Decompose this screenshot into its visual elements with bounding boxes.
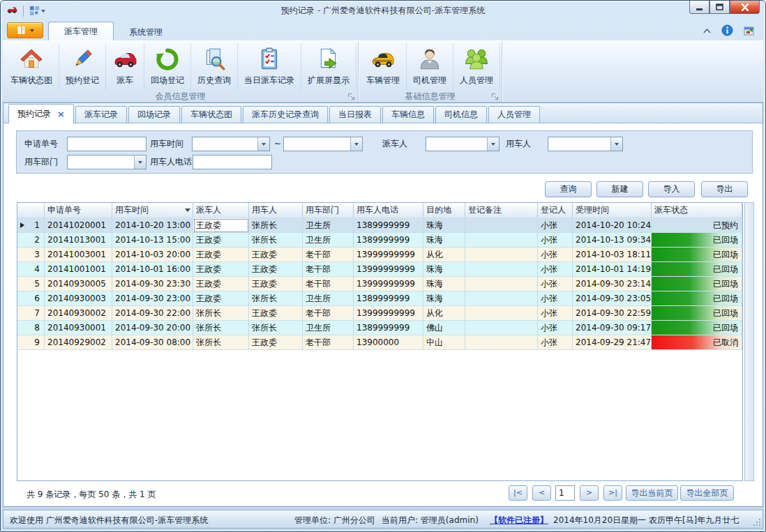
row-selector[interactable]: 3 [17,248,45,262]
table-cell[interactable]: 张所长 [249,233,303,248]
table-cell[interactable]: 20140930002 [45,306,112,321]
table-cell[interactable]: 王政委 [193,248,249,262]
table-cell[interactable]: 20141003001 [45,248,112,262]
table-cell[interactable]: 张所长 [249,218,303,233]
row-selector[interactable]: 9 [17,335,45,350]
col-header-受理时间[interactable]: 受理时间 [573,203,652,218]
first-page-button[interactable]: |< [509,485,527,501]
table-cell[interactable]: 老干部 [303,335,354,350]
table-cell[interactable]: 小张 [538,321,573,335]
col-header-目的地[interactable]: 目的地 [423,203,465,218]
use-time-from-select[interactable] [192,137,270,151]
col-header-申请单号[interactable]: 申请单号 [45,203,112,218]
doc-tab-派车历史记录查询[interactable]: 派车历史记录查询 [243,106,328,123]
application-menu-button[interactable] [7,22,43,38]
next-page-button[interactable]: > [580,485,599,501]
current-cell[interactable]: 王政委 [193,218,249,233]
table-cell[interactable]: 2014-10-13 09:34 [573,233,652,248]
table-cell[interactable]: 2014-10-01 14:19 [573,262,652,277]
table-cell[interactable]: 2014-09-30 23:00 [112,291,193,306]
col-header-用车时间[interactable]: 用车时间 [112,203,193,218]
row-selector[interactable]: 1 [17,218,45,233]
table-cell[interactable]: 2014-09-30 22:59 [573,306,652,321]
table-cell[interactable]: 2014-09-30 23:14 [573,277,652,291]
table-cell[interactable]: 2014-09-30 08:00 [112,335,193,350]
title-bar[interactable]: 预约记录 - 广州爱奇迪软件科技有限公司-派车管理系统 [1,1,765,20]
table-cell[interactable]: 1389999999 [354,218,423,233]
status-badge[interactable]: 已取消 [652,335,742,350]
table-cell[interactable]: 王政委 [193,277,249,291]
table-cell[interactable] [465,277,538,291]
doc-tab-司机信息[interactable]: 司机信息 [435,106,487,123]
table-cell[interactable]: 20140930003 [45,291,112,306]
table-cell[interactable]: 20141001001 [45,262,112,277]
use-time-to-select[interactable] [283,137,363,151]
table-cell[interactable]: 中山 [423,335,465,350]
table-cell[interactable]: 王政委 [249,335,303,350]
table-cell[interactable]: 2014-10-13 15:00 [112,233,193,248]
table-cell[interactable]: 13999999999 [354,306,423,321]
table-cell[interactable]: 珠海 [423,233,465,248]
doc-tab-人员管理[interactable]: 人员管理 [488,106,540,123]
ribbon-button-人员管理[interactable]: 人员管理 [453,43,500,91]
table-cell[interactable]: 13999999999 [354,262,423,277]
table-cell[interactable]: 卫生所 [303,218,354,233]
ribbon-button-历史查询[interactable]: 历史查询 [191,43,238,91]
department-select[interactable] [67,155,147,169]
query-button[interactable]: 查询 [545,181,592,197]
collapse-ribbon-icon[interactable] [703,26,712,36]
table-cell[interactable]: 珠海 [423,218,465,233]
status-badge[interactable]: 已预约 [652,218,742,233]
status-badge[interactable]: 已回场 [652,321,742,335]
table-cell[interactable]: 小张 [538,248,573,262]
table-cell[interactable]: 1389999999 [354,321,423,335]
close-icon[interactable]: × [57,109,65,119]
table-cell[interactable]: 王政委 [193,291,249,306]
table-cell[interactable]: 张所长 [193,306,249,321]
table-row[interactable]: 4201410010012014-10-01 16:00王政委王政委老干部139… [17,262,742,277]
doc-tab-预约记录[interactable]: 预约记录× [8,104,74,123]
style-switch-icon[interactable] [743,25,756,38]
table-cell[interactable]: 珠海 [423,277,465,291]
table-cell[interactable] [465,291,538,306]
doc-tab-车辆状态图[interactable]: 车辆状态图 [181,106,241,123]
table-cell[interactable]: 从化 [423,306,465,321]
table-cell[interactable]: 张所长 [249,291,303,306]
row-selector[interactable]: 8 [17,321,45,335]
chevron-down-icon[interactable] [134,155,146,169]
table-cell[interactable]: 小张 [538,262,573,277]
table-cell[interactable]: 20140930001 [45,321,112,335]
table-cell[interactable]: 1389999999 [354,233,423,248]
status-badge[interactable]: 已回场 [652,277,742,291]
car-user-select[interactable] [548,137,623,151]
ribbon-tab-派车管理[interactable]: 派车管理 [48,22,114,40]
table-cell[interactable]: 2014-10-20 10:24 [573,218,652,233]
table-cell[interactable]: 小张 [538,218,573,233]
col-header-登记备注[interactable]: 登记备注 [465,203,538,218]
table-cell[interactable]: 小张 [538,291,573,306]
table-cell[interactable]: 13999999999 [354,248,423,262]
doc-tab-派车记录[interactable]: 派车记录 [75,106,127,123]
export-current-page-button[interactable]: 导出当前页 [626,485,678,501]
ribbon-button-当日派车记录[interactable]: 当日派车记录 [238,43,301,91]
close-button[interactable] [730,1,760,14]
table-cell[interactable]: 老干部 [303,262,354,277]
minimize-button[interactable] [689,1,709,14]
table-cell[interactable]: 卫生所 [303,291,354,306]
maximize-button[interactable] [709,1,730,14]
ribbon-button-回场登记[interactable]: 回场登记 [144,43,191,91]
table-row[interactable]: 1201410200012014-10-20 13:00王政委张所长卫生所138… [17,218,742,233]
col-header-用车部门[interactable]: 用车部门 [303,203,354,218]
table-cell[interactable]: 王政委 [249,306,303,321]
table-cell[interactable]: 老干部 [303,306,354,321]
table-cell[interactable]: 2014-09-30 20:00 [112,321,193,335]
table-cell[interactable]: 2014-09-30 22:00 [112,306,193,321]
chevron-down-icon[interactable] [350,137,362,151]
col-header-登记人[interactable]: 登记人 [538,203,573,218]
table-row[interactable]: 8201409300012014-09-30 20:00张所长张所长卫生所138… [17,321,742,335]
table-cell[interactable]: 2014-09-30 23:30 [112,277,193,291]
status-badge[interactable]: 已回场 [652,233,742,248]
request-no-input[interactable] [67,137,147,151]
table-cell[interactable]: 20140929002 [45,335,112,350]
row-selector[interactable]: 4 [17,262,45,277]
